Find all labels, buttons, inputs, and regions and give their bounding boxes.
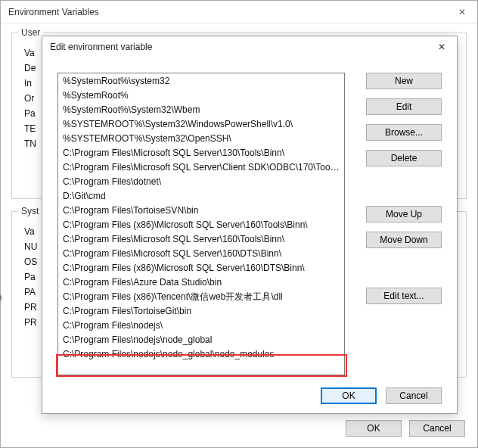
edit-env-var-dialog: Edit environment variable ✕ %SystemRoot%… <box>42 36 458 414</box>
edit-env-var-title: Edit environment variable <box>50 42 152 52</box>
edit-env-var-body: %SystemRoot%\system32%SystemRoot%%System… <box>42 58 457 413</box>
path-list-item[interactable]: C:\Program Files\nodejs\node_global\node… <box>58 347 344 361</box>
env-vars-footer: OK Cancel <box>346 420 465 437</box>
path-list-item[interactable]: C:\Program Files (x86)\Microsoft SQL Ser… <box>58 217 344 232</box>
user-vars-legend: User <box>18 27 43 38</box>
env-vars-ok-button[interactable]: OK <box>346 420 402 437</box>
close-icon[interactable]: ✕ <box>427 36 457 58</box>
edit-text-button[interactable]: Edit text... <box>366 288 442 304</box>
path-list-item[interactable]: C:\Program Files\Microsoft SQL Server\Cl… <box>58 160 344 174</box>
env-vars-title: Environment Variables <box>8 7 99 17</box>
path-list-item[interactable]: C:\Program Files\Microsoft SQL Server\13… <box>58 145 344 160</box>
left-edge-label-co: Co <box>0 290 2 305</box>
cancel-button[interactable]: Cancel <box>386 387 442 404</box>
side-button-column: New Edit Browse... Delete Move Up Move D… <box>366 73 442 304</box>
path-list-item[interactable]: C:\Program Files\dotnet\ <box>58 174 344 188</box>
path-list-item[interactable]: %SYSTEMROOT%\System32\OpenSSH\ <box>58 131 344 145</box>
env-vars-cancel-button[interactable]: Cancel <box>409 420 465 437</box>
edit-button[interactable]: Edit <box>366 98 442 115</box>
path-list-item[interactable]: %SystemRoot%\System32\Wbem <box>58 102 344 117</box>
system-vars-legend: Syst <box>18 206 42 216</box>
path-list-item[interactable]: C:\Program Files\Microsoft SQL Server\16… <box>58 232 344 246</box>
move-up-button[interactable]: Move Up <box>366 206 442 222</box>
path-list-item[interactable]: C:\Program Files\nodejs\node_global <box>58 332 344 347</box>
new-button[interactable]: New <box>366 73 442 89</box>
path-list-item[interactable]: C:\Program Files\Azure Data Studio\bin <box>58 275 344 289</box>
path-list-item[interactable]: D:\Git\cmd <box>58 188 344 203</box>
path-list-item[interactable]: C:\Program Files\nodejs\ <box>58 318 344 332</box>
path-list-item[interactable]: C:\Program Files (x86)\Tencent\微信web开发者工… <box>58 289 344 303</box>
edit-env-var-titlebar: Edit environment variable ✕ <box>42 36 457 58</box>
delete-button[interactable]: Delete <box>366 150 442 166</box>
env-vars-titlebar: Environment Variables ✕ <box>1 1 477 23</box>
path-list-scroll[interactable]: %SystemRoot%\system32%SystemRoot%%System… <box>58 73 344 375</box>
path-list-item[interactable]: %SYSTEMROOT%\System32\WindowsPowerShell\… <box>58 117 344 131</box>
move-down-button[interactable]: Move Down <box>366 232 442 248</box>
path-list-item[interactable]: C:\Program Files\TortoiseSVN\bin <box>58 203 344 217</box>
path-list-item[interactable]: C:\Program Files\Microsoft SQL Server\16… <box>58 246 344 260</box>
ok-button[interactable]: OK <box>321 387 377 404</box>
spacer <box>366 176 442 197</box>
path-list-item[interactable]: C:\Program Files (x86)\Microsoft SQL Ser… <box>58 260 344 275</box>
env-vars-close-icon[interactable]: ✕ <box>447 1 477 23</box>
path-list-item[interactable]: C:\Program Files\TortoiseGit\bin <box>58 303 344 318</box>
path-list-item[interactable]: %SystemRoot%\system32 <box>58 73 344 88</box>
browse-button[interactable]: Browse... <box>366 124 442 141</box>
path-list-item[interactable]: %SystemRoot% <box>58 88 344 102</box>
dialog-footer: OK Cancel <box>321 387 442 404</box>
spacer <box>366 257 442 278</box>
path-list[interactable]: %SystemRoot%\system32%SystemRoot%%System… <box>57 73 345 375</box>
